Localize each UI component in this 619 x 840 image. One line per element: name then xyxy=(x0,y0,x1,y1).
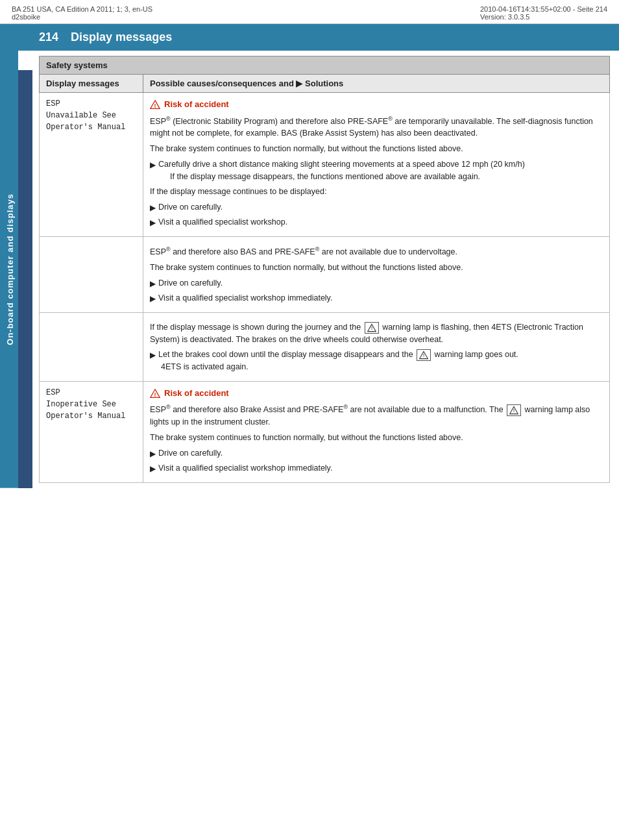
bullet-item: ▶Visit a qualified specialist workshop i… xyxy=(150,462,603,475)
page-title-text: Display messages xyxy=(71,31,172,43)
table-row: ESP Inoperative See Operator's Manual ! … xyxy=(40,381,610,482)
solutions-cell: If the display message is shown during t… xyxy=(143,312,610,381)
content-paragraph-with-lamp2: ESP® and therefore also Brake Assist and… xyxy=(150,403,603,428)
warning-lamp-icon: ! xyxy=(365,322,379,334)
svg-text:!: ! xyxy=(154,103,156,109)
bullet-item: ▶Drive on carefully. xyxy=(150,201,603,214)
side-tab-label: On-board computer and displays xyxy=(0,51,18,488)
svg-text:!: ! xyxy=(423,354,424,358)
bullet-arrow-icon: ▶ xyxy=(150,448,156,460)
header-left-line1: BA 251 USA, CA Edition A 2011; 1; 3, en-… xyxy=(12,5,152,13)
safety-table: Safety systems Display messages Possible… xyxy=(39,56,610,483)
risk-header: ! Risk of accident xyxy=(150,387,603,400)
display-message-cell: ESP Unavailable See Operator's Manual xyxy=(40,93,143,237)
solutions-cell: ESP® and therefore also BAS and PRE-SAFE… xyxy=(143,237,610,313)
bullet-item: ▶Carefully drive a short distance making… xyxy=(150,158,603,183)
content-paragraph: The brake system continues to function n… xyxy=(150,262,603,274)
display-message-cell xyxy=(40,312,143,381)
risk-label: Risk of accident xyxy=(164,98,229,111)
warning-lamp-icon: ! xyxy=(417,349,431,361)
bullet-arrow-icon: ▶ xyxy=(150,217,156,229)
page-header: BA 251 USA, CA Edition A 2011; 1; 3, en-… xyxy=(0,0,619,24)
warning-lamp-icon: ! xyxy=(507,404,521,416)
svg-text:!: ! xyxy=(513,409,515,414)
bullet-text: Drive on carefully. xyxy=(158,447,603,460)
bullet-text: Visit a qualified specialist workshop im… xyxy=(158,462,603,475)
col1-header: Display messages xyxy=(40,75,143,93)
side-marker xyxy=(18,70,32,488)
header-left: BA 251 USA, CA Edition A 2011; 1; 3, en-… xyxy=(12,5,152,21)
bullet-item: ▶Drive on carefully. xyxy=(150,447,603,460)
header-right: 2010-04-16T14:31:55+02:00 - Seite 214 Ve… xyxy=(480,5,607,21)
bullet-item: ▶Visit a qualified specialist workshop i… xyxy=(150,292,603,304)
header-right-line2: Version: 3.0.3.5 xyxy=(480,13,607,21)
bullet-item: ▶Drive on carefully. xyxy=(150,277,603,290)
risk-label: Risk of accident xyxy=(164,387,229,400)
header-left-line2: d2sboike xyxy=(12,13,152,21)
page-title-bar: 214 Display messages xyxy=(0,24,619,51)
bullet-text: Visit a qualified specialist workshop im… xyxy=(158,292,603,304)
svg-text:!: ! xyxy=(154,391,156,397)
bullet-item-with-lamp: ▶Let the brakes cool down until the disp… xyxy=(150,349,603,373)
bullet-text: Let the brakes cool down until the displ… xyxy=(158,349,603,373)
header-right-line1: 2010-04-16T14:31:55+02:00 - Seite 214 xyxy=(480,5,607,13)
col2-header: Possible causes/consequences and ▶ Solut… xyxy=(143,75,610,93)
main-content: Safety systems Display messages Possible… xyxy=(32,51,619,488)
bullet-text: Visit a qualified specialist workshop. xyxy=(158,216,603,229)
svg-text:!: ! xyxy=(371,326,372,330)
display-message-cell: ESP Inoperative See Operator's Manual xyxy=(40,381,143,482)
content-paragraph: The brake system continues to function n… xyxy=(150,143,603,155)
content-paragraph: If the display message continues to be d… xyxy=(150,186,603,198)
table-row: If the display message is shown during t… xyxy=(40,312,610,381)
content-wrapper: On-board computer and displays Safety sy… xyxy=(0,51,619,488)
content-paragraph: The brake system continues to function n… xyxy=(150,432,603,444)
content-paragraph-with-lamp: If the display message is shown during t… xyxy=(150,321,603,346)
bullet-item: ▶Visit a qualified specialist workshop. xyxy=(150,216,603,229)
bullet-arrow-icon: ▶ xyxy=(150,202,156,214)
bullet-arrow-icon: ▶ xyxy=(150,463,156,475)
bullet-arrow-icon: ▶ xyxy=(150,278,156,290)
content-paragraph: ESP® and therefore also BAS and PRE-SAFE… xyxy=(150,245,603,258)
table-row: ESP Unavailable See Operator's Manual ! … xyxy=(40,93,610,237)
risk-header: ! Risk of accident xyxy=(150,98,603,111)
bullet-arrow-icon: ▶ xyxy=(150,159,156,171)
bullet-text: Drive on carefully. xyxy=(158,277,603,290)
solutions-cell: ! Risk of accidentESP® (Electronic Stabi… xyxy=(143,93,610,237)
solutions-cell: ! Risk of accidentESP® and therefore als… xyxy=(143,381,610,482)
bullet-text: Carefully drive a short distance making … xyxy=(158,158,603,183)
section-header: Safety systems xyxy=(40,56,610,75)
bullet-text: Drive on carefully. xyxy=(158,201,603,214)
table-row: ESP® and therefore also BAS and PRE-SAFE… xyxy=(40,237,610,313)
bullet-arrow-icon: ▶ xyxy=(150,293,156,304)
page-number: 214 xyxy=(39,31,58,43)
bullet-arrow-icon: ▶ xyxy=(150,349,156,361)
content-paragraph: ESP® (Electronic Stability Program) and … xyxy=(150,115,603,140)
display-message-cell xyxy=(40,237,143,313)
